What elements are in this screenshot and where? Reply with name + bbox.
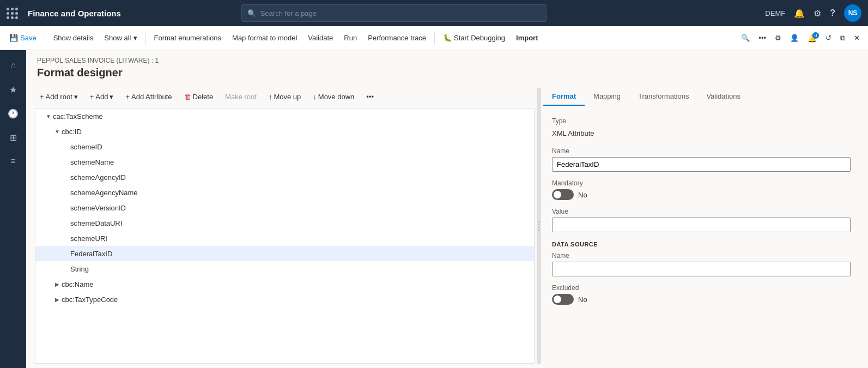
datasource-name-input[interactable] xyxy=(552,262,851,276)
add-chevron-icon: ▾ xyxy=(110,93,113,101)
move-up-arrow-icon: ↑ xyxy=(269,93,272,101)
add-attribute-button[interactable]: + Add Attribute xyxy=(120,90,177,104)
add-button[interactable]: + Add ▾ xyxy=(85,90,119,104)
run-button[interactable]: Run xyxy=(339,31,362,45)
tab-transformations[interactable]: Transformations xyxy=(629,88,697,106)
tree-label-cbc-name: cbc:Name xyxy=(62,280,94,288)
tree-node-schemeagencyname[interactable]: schemeAgencyName xyxy=(35,185,534,200)
gear-icon[interactable]: ⚙ xyxy=(814,8,821,19)
name-input[interactable] xyxy=(552,157,851,172)
delete-icon: 🗑 xyxy=(184,93,191,101)
tree-label-schemename: schemeName xyxy=(70,158,114,166)
tab-validations[interactable]: Validations xyxy=(697,88,749,106)
tree-node-schemeid[interactable]: schemeID xyxy=(35,139,534,154)
start-debugging-button[interactable]: 🐛 Start Debugging xyxy=(438,31,510,45)
tree-node-schemedatauri[interactable]: schemeDataURI xyxy=(35,215,534,231)
save-button[interactable]: 💾 Save xyxy=(4,31,41,45)
mandatory-toggle[interactable] xyxy=(552,189,574,200)
tree-label-schemeagencyname: schemeAgencyName xyxy=(70,189,138,197)
excluded-field-group: Excluded No xyxy=(552,284,851,305)
tree-label-schemeuri: schemeURI xyxy=(70,234,107,243)
chevron-down-icon: ▾ xyxy=(133,34,137,42)
avatar[interactable]: NS xyxy=(844,4,861,22)
nav-menu-icon[interactable] xyxy=(7,8,18,19)
plus-icon: + xyxy=(40,93,44,101)
excluded-label: Excluded xyxy=(552,284,851,292)
settings-button[interactable]: ⚙ xyxy=(771,31,785,45)
add-root-chevron-icon: ▾ xyxy=(74,93,78,101)
designer-area: + Add root ▾ + Add ▾ + Add Attribute � xyxy=(26,83,868,368)
sidebar-item-favorites[interactable]: ★ xyxy=(2,79,24,100)
tree-label-string: String xyxy=(70,265,89,273)
sidebar-item-list[interactable]: ≡ xyxy=(2,150,24,172)
tree-label-schemeagencyid: schemeAgencyID xyxy=(70,173,126,182)
tree-container[interactable]: ▼cac:TaxScheme▼cbc:IDschemeIDschemeNames… xyxy=(35,108,535,364)
add-root-button[interactable]: + Add root ▾ xyxy=(35,90,83,104)
tab-mapping[interactable]: Mapping xyxy=(585,88,629,106)
tree-toggle-cac-taxscheme[interactable]: ▼ xyxy=(44,113,53,119)
tree-toggle-cbc-name[interactable]: ▶ xyxy=(53,281,62,287)
mandatory-toggle-text: No xyxy=(578,191,587,199)
import-button[interactable]: Import xyxy=(511,31,543,45)
tree-node-federaltaxid[interactable]: FederalTaxID xyxy=(35,246,534,261)
move-down-arrow-icon: ↓ xyxy=(313,93,317,101)
notification-count-button[interactable]: 🔔 0 xyxy=(804,31,821,46)
tree-node-schemeversionid[interactable]: schemeVersionID xyxy=(35,200,534,215)
search-toolbar-icon[interactable]: 🔍 xyxy=(737,31,754,45)
excluded-toggle[interactable] xyxy=(552,294,574,305)
tab-format[interactable]: Format xyxy=(543,88,585,106)
bell-icon[interactable]: 🔔 xyxy=(794,8,805,19)
tree-toggle-cbc-taxtypecode[interactable]: ▶ xyxy=(53,297,62,303)
tree-label-cbc-taxtypecode: cbc:TaxTypeCode xyxy=(62,295,118,304)
format-enumerations-button[interactable]: Format enumerations xyxy=(149,31,227,45)
sidebar-item-recent[interactable]: 🕐 xyxy=(2,102,24,124)
value-input[interactable] xyxy=(552,218,851,232)
debug-icon: 🐛 xyxy=(443,34,452,42)
add-plus-icon: + xyxy=(90,93,94,101)
tree-node-cbc-name[interactable]: ▶cbc:Name xyxy=(35,276,534,292)
show-all-button[interactable]: Show all ▾ xyxy=(99,31,142,45)
delete-button[interactable]: 🗑 Delete xyxy=(179,90,218,104)
tree-node-cac-taxscheme[interactable]: ▼cac:TaxScheme xyxy=(35,108,534,124)
name-field-group: Name xyxy=(552,147,851,172)
tree-label-schemeversionid: schemeVersionID xyxy=(70,204,126,212)
move-up-button[interactable]: ↑ Move up xyxy=(264,90,306,104)
more-options-button[interactable]: ••• xyxy=(755,31,770,45)
sidebar-item-home[interactable]: ⌂ xyxy=(2,55,24,76)
type-field-group: Type XML Attribute xyxy=(552,117,851,140)
more-tree-options-button[interactable]: ••• xyxy=(361,90,379,104)
sidebar-item-workspaces[interactable]: ⊞ xyxy=(2,126,24,148)
global-search[interactable]: 🔍 xyxy=(241,4,547,22)
resize-handle[interactable] xyxy=(537,88,541,364)
validate-button[interactable]: Validate xyxy=(303,31,338,45)
show-details-button[interactable]: Show details xyxy=(48,31,99,45)
tree-toolbar: + Add root ▾ + Add ▾ + Add Attribute � xyxy=(35,88,535,108)
move-down-button[interactable]: ↓ Move down xyxy=(308,90,359,104)
tree-node-schemeagencyid[interactable]: schemeAgencyID xyxy=(35,170,534,185)
tree-node-cbc-id[interactable]: ▼cbc:ID xyxy=(35,124,534,139)
search-icon: 🔍 xyxy=(247,9,256,17)
tree-toggle-cbc-id[interactable]: ▼ xyxy=(53,129,62,135)
tree-node-string[interactable]: String xyxy=(35,261,534,276)
close-button[interactable]: ✕ xyxy=(850,31,864,45)
value-label: Value xyxy=(552,208,851,215)
page-title: Format designer xyxy=(37,67,857,79)
tree-node-cbc-taxtypecode[interactable]: ▶cbc:TaxTypeCode xyxy=(35,292,534,307)
performance-trace-button[interactable]: Performance trace xyxy=(363,31,431,45)
top-nav: Finance and Operations 🔍 DEMF 🔔 ⚙ ? NS xyxy=(0,0,868,26)
tree-label-cbc-id: cbc:ID xyxy=(62,128,82,136)
name-label: Name xyxy=(552,147,851,155)
map-format-to-model-button[interactable]: Map format to model xyxy=(227,31,302,45)
add-attr-plus-icon: + xyxy=(125,93,130,101)
help-icon[interactable]: ? xyxy=(830,8,835,18)
tree-node-schemeuri[interactable]: schemeURI xyxy=(35,231,534,246)
tree-node-schemename[interactable]: schemeName xyxy=(35,154,534,170)
search-input[interactable] xyxy=(260,9,541,17)
tree-label-schemeid: schemeID xyxy=(70,143,102,151)
user-toolbar-icon[interactable]: 👤 xyxy=(786,31,803,45)
main-layout: ⌂ ★ 🕐 ⊞ ≡ PEPPOL SALES INVOICE (LITWARE)… xyxy=(0,50,868,368)
open-in-new-button[interactable]: ⧉ xyxy=(836,31,849,46)
refresh-button[interactable]: ↺ xyxy=(822,31,835,45)
excluded-toggle-text: No xyxy=(578,295,587,304)
make-root-button[interactable]: Make root xyxy=(220,90,262,104)
